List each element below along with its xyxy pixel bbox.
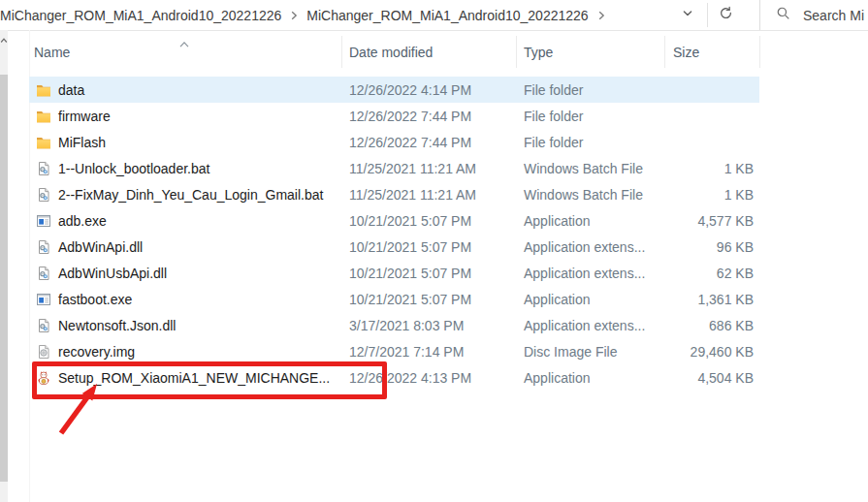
batch-file-icon	[36, 187, 51, 203]
file-row[interactable]: Newtonsoft.Json.dll 3/17/2021 8:03 PM Ap…	[29, 312, 759, 338]
file-size: 1,361 KB	[664, 292, 759, 307]
search-box[interactable]	[759, 0, 868, 30]
dll-icon	[36, 266, 51, 281]
disc-image-icon	[36, 344, 51, 360]
breadcrumb: MiChanger_ROM_MiA1_Android10_20221226 Mi…	[0, 0, 611, 30]
column-header-type[interactable]: Type	[516, 45, 664, 60]
file-name-cell: Newtonsoft.Json.dll	[29, 318, 341, 333]
breadcrumb-chevron-icon[interactable]	[284, 10, 304, 21]
file-size: 1 KB	[664, 187, 759, 203]
file-row[interactable]: AdbWinUsbApi.dll 10/21/2021 5:07 PM Appl…	[29, 260, 759, 286]
file-name: MiFlash	[58, 135, 106, 150]
file-name: adb.exe	[58, 213, 107, 229]
file-type: Application	[516, 292, 664, 307]
file-name: AdbWinUsbApi.dll	[58, 266, 167, 281]
file-size: 1 KB	[664, 161, 759, 176]
file-name: AdbWinApi.dll	[58, 239, 143, 255]
file-row[interactable]: firmware 12/26/2022 7:44 PM File folder	[29, 103, 759, 129]
file-name: Setup_ROM_XiaomiA1_NEW_MICHANGE...	[58, 370, 330, 386]
file-date-modified: 11/25/2021 11:21 AM	[341, 187, 516, 203]
file-type: Disc Image File	[516, 344, 664, 360]
file-list: data 12/26/2022 4:14 PM File folder firm…	[0, 77, 759, 391]
file-date-modified: 12/7/2021 7:14 PM	[341, 344, 516, 360]
file-name-cell: 1--Unlock_bootloader.bat	[29, 161, 341, 176]
file-date-modified: 10/21/2021 5:07 PM	[341, 292, 516, 307]
refresh-button[interactable]	[713, 0, 738, 30]
file-name-cell: AdbWinUsbApi.dll	[29, 266, 341, 281]
column-header-name[interactable]: Name	[29, 45, 341, 60]
file-name-cell: data	[29, 82, 341, 98]
file-name: Newtonsoft.Json.dll	[58, 318, 176, 333]
refresh-icon	[719, 6, 733, 24]
file-type: File folder	[516, 135, 664, 150]
file-name-cell: fastboot.exe	[29, 292, 341, 307]
file-name: recovery.img	[58, 344, 135, 360]
breadcrumb-segment-1[interactable]: MiChanger_ROM_MiA1_Android10_20221226	[0, 8, 284, 23]
column-header-size[interactable]: Size	[664, 45, 759, 60]
file-type: Windows Batch File	[516, 187, 664, 203]
file-row[interactable]: AdbWinApi.dll 10/21/2021 5:07 PM Applica…	[29, 234, 759, 260]
column-header-date-modified[interactable]: Date modified	[341, 45, 516, 60]
breadcrumb-segment-2[interactable]: MiChanger_ROM_MiA1_Android10_20221226	[304, 8, 591, 23]
file-size: 29,460 KB	[664, 344, 759, 360]
file-type: Application extens...	[516, 266, 664, 281]
file-date-modified: 10/21/2021 5:07 PM	[341, 239, 516, 255]
file-row[interactable]: fastboot.exe 10/21/2021 5:07 PM Applicat…	[29, 286, 759, 312]
file-name-cell: 2--FixMay_Dinh_Yeu_Cau_Login_Gmail.bat	[29, 187, 341, 203]
file-date-modified: 11/25/2021 11:21 AM	[341, 161, 516, 176]
file-row[interactable]: 1--Unlock_bootloader.bat 11/25/2021 11:2…	[29, 155, 759, 181]
file-row[interactable]: MiFlash 12/26/2022 7:44 PM File folder	[29, 129, 759, 155]
setup-app-icon	[36, 370, 51, 386]
file-type: Application	[516, 213, 664, 229]
header-divider[interactable]	[664, 36, 665, 68]
file-name-cell: AdbWinApi.dll	[29, 239, 341, 255]
file-name: 2--FixMay_Dinh_Yeu_Cau_Login_Gmail.bat	[58, 187, 323, 203]
file-row[interactable]: Setup_ROM_XiaomiA1_NEW_MICHANGE... 12/26…	[29, 364, 759, 391]
file-date-modified: 10/21/2021 5:07 PM	[341, 213, 516, 229]
address-bar: MiChanger_ROM_MiA1_Android10_20221226 Mi…	[0, 0, 868, 31]
folder-icon	[36, 82, 51, 98]
file-type: Application extens...	[516, 239, 664, 255]
header-divider[interactable]	[759, 36, 760, 68]
search-icon	[776, 6, 790, 24]
toolbar-divider	[707, 3, 708, 27]
dll-icon	[36, 318, 51, 333]
file-type: Application	[516, 370, 664, 386]
breadcrumb-chevron-icon[interactable]	[592, 10, 611, 21]
file-row[interactable]: 2--FixMay_Dinh_Yeu_Cau_Login_Gmail.bat 1…	[29, 181, 759, 207]
file-explorer-window: MiChanger_ROM_MiA1_Android10_20221226 Mi…	[0, 0, 868, 502]
file-name-cell: MiFlash	[29, 135, 341, 150]
file-size: 62 KB	[664, 266, 759, 281]
file-type: File folder	[516, 109, 664, 124]
folder-icon	[36, 109, 51, 124]
file-row[interactable]: adb.exe 10/21/2021 5:07 PM Application 4…	[29, 207, 759, 234]
file-date-modified: 12/26/2022 4:13 PM	[341, 370, 516, 386]
application-icon	[36, 213, 51, 229]
file-date-modified: 3/17/2021 8:03 PM	[341, 318, 516, 333]
file-date-modified: 12/26/2022 7:44 PM	[341, 135, 516, 150]
folder-icon	[36, 135, 51, 150]
column-headers: Name Date modified Type Size	[29, 31, 759, 73]
application-icon	[36, 292, 51, 307]
file-name: fastboot.exe	[58, 292, 132, 307]
file-row[interactable]: recovery.img 12/7/2021 7:14 PM Disc Imag…	[29, 338, 759, 364]
file-date-modified: 12/26/2022 7:44 PM	[341, 109, 516, 124]
scroll-up-icon[interactable]	[0, 32, 8, 49]
file-row[interactable]: data 12/26/2022 4:14 PM File folder	[29, 77, 759, 103]
file-name: 1--Unlock_bootloader.bat	[58, 161, 209, 176]
file-type: File folder	[516, 82, 664, 98]
file-date-modified: 12/26/2022 4:14 PM	[341, 82, 516, 98]
file-date-modified: 10/21/2021 5:07 PM	[341, 266, 516, 281]
header-divider[interactable]	[516, 36, 517, 68]
file-size: 686 KB	[664, 318, 759, 333]
dll-icon	[36, 239, 51, 255]
file-name-cell: Setup_ROM_XiaomiA1_NEW_MICHANGE...	[29, 370, 341, 386]
address-dropdown-button[interactable]	[675, 0, 700, 30]
file-type: Windows Batch File	[516, 161, 664, 176]
file-name: data	[58, 82, 84, 98]
header-divider[interactable]	[341, 36, 342, 68]
file-type: Application extens...	[516, 318, 664, 333]
file-name: firmware	[58, 109, 111, 124]
batch-file-icon	[36, 161, 51, 176]
search-input[interactable]	[803, 8, 868, 23]
